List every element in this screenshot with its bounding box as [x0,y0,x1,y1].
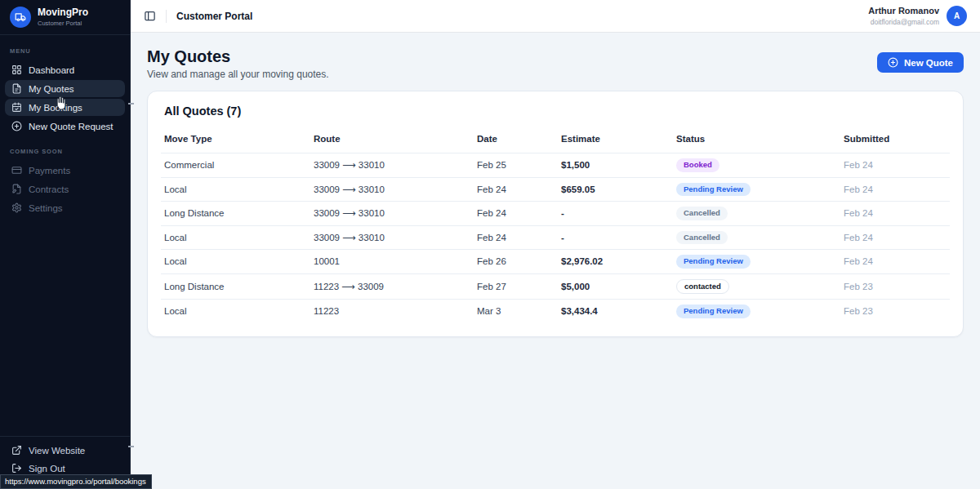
page-subtitle: View and manage all your moving quotes. [147,69,964,80]
cell-date: Mar 3 [474,300,558,323]
cell-date: Feb 24 [474,202,558,226]
panel-resize-tick [128,446,134,447]
cell-move-type: Local [161,300,310,323]
sidebar-item-label: Dashboard [29,65,74,75]
sidebar-item-my-quotes[interactable]: My Quotes [5,80,125,97]
cell-move-type: Local [161,177,310,202]
avatar[interactable]: A [947,6,967,26]
sidebar-item-label: My Bookings [29,103,82,113]
cell-submitted: Feb 24 [840,153,950,178]
cell-submitted: Feb 24 [840,177,950,202]
cell-route: 11223 [310,300,474,323]
cell-status: Booked [673,153,840,178]
cell-submitted: Feb 24 [840,225,950,250]
quotes-table: Move Type Route Date Estimate Status Sub… [161,127,950,323]
credit-card-icon [11,165,22,176]
sidebar-item-dashboard[interactable]: Dashboard [5,61,125,78]
status-badge: Pending Review [676,305,751,318]
column-header-route: Route [310,127,474,153]
table-row[interactable]: Local 33009 ⟶ 33010 Feb 24 $659.05 Pendi… [161,177,950,202]
sidebar-item-my-bookings[interactable]: My Bookings [5,99,125,116]
external-link-icon [11,445,22,456]
cell-route: 33009 ⟶ 33010 [310,177,474,202]
status-badge: Booked [676,158,719,172]
user-info: Arthur Romanov doitflorida@gmail.com [868,6,939,25]
table-row[interactable]: Long Distance 11223 ⟶ 33009 Feb 27 $5,00… [161,273,950,300]
cell-submitted: Feb 24 [840,250,950,274]
user-email: doitflorida@gmail.com [868,18,939,26]
logout-icon [11,463,22,473]
quotes-card: All Quotes (7) Move Type Route Date Esti… [147,91,964,337]
column-header-status: Status [673,127,840,153]
cell-move-type: Local [161,225,310,250]
table-row[interactable]: Local 33009 ⟶ 33010 Feb 24 - Cancelled F… [161,225,950,250]
card-title: All Quotes (7) [161,103,950,118]
brand-block: MovingPro Customer Portal [0,0,130,35]
column-header-estimate: Estimate [558,127,673,153]
sidebar-item-label: My Quotes [29,84,74,94]
sidebar-toggle-button[interactable] [144,10,156,22]
column-header-move-type: Move Type [161,127,310,153]
cell-move-type: Long Distance [161,273,310,300]
sidebar-section-coming-soon-label: COMING SOON [10,148,120,155]
sidebar-item-settings: Settings [5,199,125,216]
page-title: My Quotes [147,47,964,65]
cell-date: Feb 24 [474,177,558,202]
cell-submitted: Feb 23 [840,300,950,323]
sidebar-item-payments: Payments [5,162,125,179]
sidebar-section-menu-label: MENU [10,47,120,55]
cell-estimate: $3,434.4 [558,300,673,323]
cell-move-type: Commercial [161,153,310,178]
cell-estimate: $1,500 [558,153,673,178]
sidebar-item-label: Settings [29,203,63,213]
cell-estimate: $5,000 [558,273,673,300]
file-pen-icon [11,184,22,194]
browser-status-url: https://www.movingpro.io/portal/bookings [0,474,152,489]
panel-resize-tick [128,103,134,104]
table-row[interactable]: Local 11223 Mar 3 $3,434.4 Pending Revie… [161,300,950,323]
cell-status: Cancelled [673,225,840,250]
cell-submitted: Feb 24 [840,202,950,226]
cell-status: contacted [673,273,840,300]
user-menu[interactable]: Arthur Romanov doitflorida@gmail.com A [868,6,967,26]
cell-estimate: - [558,202,673,226]
sidebar-item-label: Sign Out [29,464,65,473]
cell-status: Cancelled [673,202,840,226]
table-row[interactable]: Local 10001 Feb 26 $2,976.02 Pending Rev… [161,250,950,274]
brand-title: MovingPro [38,7,88,19]
user-name: Arthur Romanov [868,6,939,16]
cell-date: Feb 27 [474,273,558,300]
cell-route: 10001 [310,250,474,274]
sidebar-item-view-website[interactable]: View Website [5,442,125,459]
cell-move-type: Local [161,250,310,274]
main-content: My Quotes View and manage all your movin… [131,33,980,489]
cell-estimate: $2,976.02 [558,250,673,274]
top-header: Customer Portal Arthur Romanov doitflori… [131,0,980,33]
sidebar-item-new-quote-request[interactable]: New Quote Request [5,118,125,135]
new-quote-button-label: New Quote [904,58,953,68]
header-divider [166,10,167,23]
cell-date: Feb 25 [474,153,558,178]
truck-icon [15,11,26,23]
cell-date: Feb 26 [474,250,558,274]
header-title: Customer Portal [176,11,252,22]
cell-status: Pending Review [673,250,840,274]
sidebar-item-label: Contracts [29,184,69,194]
brand-text: MovingPro Customer Portal [38,7,88,27]
cell-status: Pending Review [673,177,840,202]
sidebar: MovingPro Customer Portal MENU Dashboard… [0,0,131,489]
cell-estimate: - [558,225,673,250]
status-badge: Pending Review [676,183,751,197]
file-text-icon [11,83,22,94]
gear-icon [11,202,22,213]
cell-route: 33009 ⟶ 33010 [310,202,474,226]
cell-route: 33009 ⟶ 33010 [310,153,474,178]
new-quote-button[interactable]: New Quote [877,52,964,73]
cell-estimate: $659.05 [558,177,673,202]
plus-circle-icon [888,57,898,68]
cell-submitted: Feb 23 [840,273,950,300]
table-row[interactable]: Commercial 33009 ⟶ 33010 Feb 25 $1,500 B… [161,153,950,178]
brand-subtitle: Customer Portal [38,20,88,27]
table-row[interactable]: Long Distance 33009 ⟶ 33010 Feb 24 - Can… [161,202,950,226]
status-badge: Pending Review [676,255,751,269]
